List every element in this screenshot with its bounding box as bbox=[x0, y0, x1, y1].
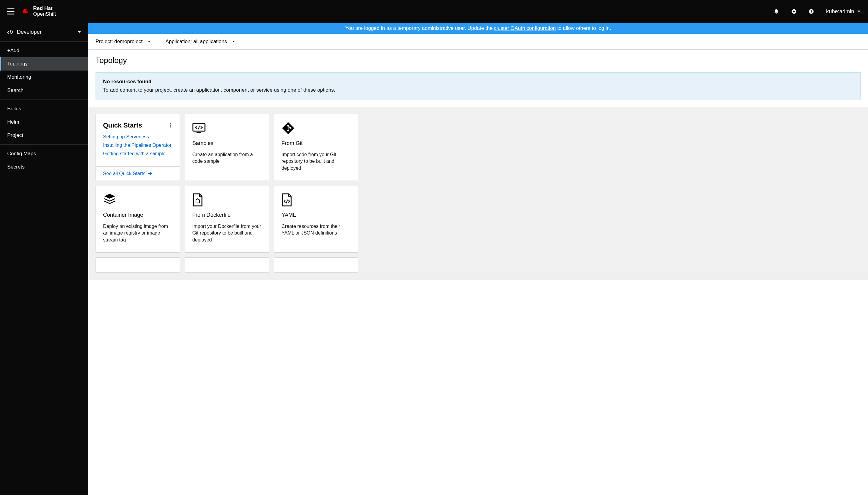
quick-starts-card: Quick StartsSetting up ServerlessInstall… bbox=[96, 114, 180, 181]
bell-icon[interactable] bbox=[774, 9, 779, 14]
nav-section: BuildsHelmProject bbox=[0, 100, 88, 144]
alert-body: To add content to your project, create a… bbox=[103, 87, 853, 93]
caret-down-icon bbox=[232, 40, 236, 43]
content: No resources found To add content to you… bbox=[88, 72, 868, 495]
kebab-menu-icon[interactable] bbox=[169, 121, 172, 129]
from-git-card[interactable]: From GitImport code from your Git reposi… bbox=[274, 114, 358, 181]
card-description: Import your Dockerfile from your Git rep… bbox=[192, 223, 262, 243]
username: kube:admin bbox=[826, 8, 854, 15]
auth-banner: You are logged in as a temporary adminis… bbox=[88, 23, 868, 34]
card-title: From Git bbox=[281, 140, 351, 147]
svg-point-4 bbox=[170, 124, 171, 126]
perspective-switcher[interactable]: Developer bbox=[0, 23, 88, 41]
sidebar-item-helm[interactable]: Helm bbox=[0, 116, 88, 129]
see-all-quick-starts-link[interactable]: See all Quick Starts bbox=[103, 171, 172, 176]
perspective-label: Developer bbox=[17, 29, 41, 35]
quick-starts-title: Quick Starts bbox=[103, 121, 142, 129]
quick-start-link[interactable]: Setting up Serverless bbox=[103, 134, 172, 140]
redhat-fedora-icon bbox=[22, 8, 30, 15]
caret-down-icon bbox=[77, 31, 81, 33]
card-title: Samples bbox=[192, 140, 262, 147]
placeholder-card[interactable] bbox=[96, 257, 180, 273]
quick-starts-footer: See all Quick Starts bbox=[96, 166, 180, 181]
main: You are logged in as a temporary adminis… bbox=[88, 23, 868, 495]
user-menu[interactable]: kube:admin bbox=[826, 8, 861, 15]
page-title: Topology bbox=[96, 56, 861, 65]
placeholder-card[interactable] bbox=[185, 257, 269, 273]
project-selector[interactable]: Project: demoproject bbox=[96, 39, 151, 45]
top-bar: Red Hat OpenShift ? kube:admin bbox=[0, 0, 868, 23]
nav-section: +AddTopologyMonitoringSearch bbox=[0, 41, 88, 100]
quick-start-link[interactable]: Installing the Pipelines Operator bbox=[103, 142, 172, 148]
sidebar-item-add[interactable]: +Add bbox=[0, 44, 88, 57]
placeholder-card[interactable] bbox=[274, 257, 358, 273]
plus-circle-icon[interactable] bbox=[791, 9, 797, 14]
svg-point-5 bbox=[170, 126, 171, 127]
card-description: Create resources from their YAML or JSON… bbox=[281, 223, 351, 237]
sidebar-item-builds[interactable]: Builds bbox=[0, 102, 88, 116]
card-grid-wrap: Quick StartsSetting up ServerlessInstall… bbox=[88, 107, 868, 280]
product-logo[interactable]: Red Hat OpenShift bbox=[22, 6, 56, 17]
layout: Developer +AddTopologyMonitoringSearchBu… bbox=[0, 23, 868, 495]
oauth-config-link[interactable]: cluster OAuth configuration bbox=[494, 25, 556, 31]
sidebar-item-topology[interactable]: Topology bbox=[0, 57, 88, 70]
quick-starts-links: Setting up ServerlessInstalling the Pipe… bbox=[103, 134, 172, 156]
git-icon bbox=[281, 121, 351, 135]
empty-state-alert: No resources found To add content to you… bbox=[96, 72, 861, 100]
arrow-right-icon bbox=[148, 172, 152, 175]
dockerfile-icon bbox=[192, 193, 262, 206]
card-title: From Dockerfile bbox=[192, 212, 262, 218]
nav-section: Config MapsSecrets bbox=[0, 144, 88, 176]
card-description: Deploy an existing image from an image r… bbox=[103, 223, 172, 243]
topbar-right: ? kube:admin bbox=[774, 8, 861, 15]
card-description: Create an application from a code sample bbox=[192, 151, 262, 165]
sidebar: Developer +AddTopologyMonitoringSearchBu… bbox=[0, 23, 88, 495]
yaml-card[interactable]: YAMLCreate resources from their YAML or … bbox=[274, 186, 358, 253]
quick-start-link[interactable]: Getting started with a sample bbox=[103, 151, 172, 156]
sidebar-item-project[interactable]: Project bbox=[0, 129, 88, 142]
layers-icon bbox=[103, 193, 172, 206]
help-icon[interactable]: ? bbox=[809, 9, 814, 14]
container-image-card[interactable]: Container ImageDeploy an existing image … bbox=[96, 186, 180, 253]
card-description: Import code from your Git repository to … bbox=[281, 151, 351, 172]
topbar-left: Red Hat OpenShift bbox=[7, 6, 56, 17]
svg-point-3 bbox=[170, 123, 171, 124]
from-dockerfile-card[interactable]: From DockerfileImport your Dockerfile fr… bbox=[185, 186, 269, 253]
hamburger-menu-button[interactable] bbox=[7, 8, 15, 15]
alert-title: No resources found bbox=[103, 79, 853, 85]
card-grid: Quick StartsSetting up ServerlessInstall… bbox=[96, 114, 861, 273]
sidebar-item-config-maps[interactable]: Config Maps bbox=[0, 147, 88, 160]
card-title: Container Image bbox=[103, 212, 172, 218]
sidebar-item-secrets[interactable]: Secrets bbox=[0, 160, 88, 174]
card-title: YAML bbox=[281, 212, 351, 218]
page-header: Topology bbox=[88, 50, 868, 72]
samples-card[interactable]: SamplesCreate an application from a code… bbox=[185, 114, 269, 181]
sidebar-item-monitoring[interactable]: Monitoring bbox=[0, 70, 88, 84]
svg-point-10 bbox=[287, 130, 289, 132]
svg-text:?: ? bbox=[811, 10, 812, 13]
topbar-icons: ? bbox=[774, 9, 814, 14]
product-name: Red Hat OpenShift bbox=[33, 6, 56, 17]
caret-down-icon bbox=[857, 10, 861, 13]
context-toolbar: Project: demoproject Application: all ap… bbox=[88, 34, 868, 50]
code-icon bbox=[7, 30, 13, 34]
sidebar-item-search[interactable]: Search bbox=[0, 84, 88, 97]
caret-down-icon bbox=[147, 40, 151, 43]
sidebar-nav: +AddTopologyMonitoringSearchBuildsHelmPr… bbox=[0, 41, 88, 176]
samples-icon bbox=[192, 121, 262, 135]
yaml-icon bbox=[281, 193, 351, 206]
svg-rect-7 bbox=[196, 132, 201, 133]
application-selector[interactable]: Application: all applications bbox=[166, 39, 236, 45]
